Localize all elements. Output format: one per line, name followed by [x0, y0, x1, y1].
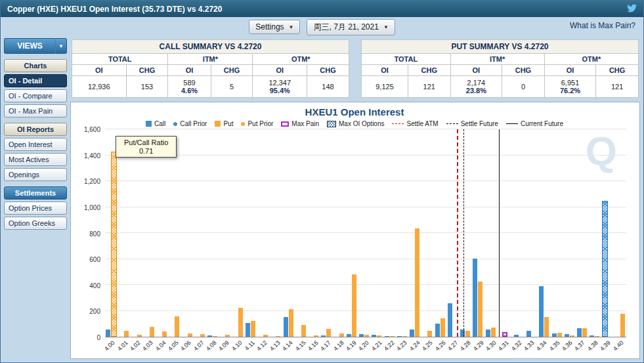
put-bar[interactable] — [276, 336, 280, 337]
strike-group-4.26[interactable] — [434, 129, 446, 337]
strike-group-4.30[interactable] — [484, 129, 497, 337]
sidebar-item-option-prices[interactable]: Option Prices — [4, 202, 67, 215]
strike-group-4.11[interactable] — [244, 129, 257, 337]
put-bar[interactable] — [415, 228, 419, 337]
call-bar[interactable] — [385, 336, 389, 337]
sidebar-item-most-actives[interactable]: Most Actives — [4, 153, 67, 166]
call-bar[interactable] — [397, 336, 402, 337]
call-bar[interactable] — [526, 331, 531, 337]
put-bar[interactable] — [188, 333, 192, 337]
put-bar[interactable] — [251, 321, 255, 337]
call-bar[interactable] — [486, 330, 490, 337]
put-bar[interactable] — [390, 336, 395, 337]
strike-group-4.37[interactable] — [576, 129, 588, 337]
call-bar[interactable] — [514, 335, 519, 337]
put-bar[interactable] — [200, 334, 205, 337]
put-bar[interactable] — [402, 336, 407, 337]
sidebar-item-oi-detail[interactable]: OI - Detail — [4, 74, 67, 87]
strike-group-4.10[interactable] — [232, 129, 244, 337]
put-bar[interactable] — [427, 331, 432, 337]
call-bar[interactable] — [539, 286, 544, 337]
call-bar[interactable] — [347, 334, 351, 337]
strike-group-4.09[interactable] — [219, 129, 231, 337]
strike-group-4.00[interactable] — [105, 129, 118, 337]
strike-group-4.02[interactable] — [131, 129, 143, 337]
legend-item-call[interactable]: Call — [146, 120, 165, 127]
strike-group-4.01[interactable] — [118, 129, 130, 337]
strike-group-4.23[interactable] — [396, 129, 408, 337]
put-bar[interactable] — [339, 333, 344, 337]
strike-group-4.12[interactable] — [257, 129, 269, 337]
sidebar-item-oi-max-pain[interactable]: OI - Max Pain — [4, 104, 67, 117]
legend-item-current-future[interactable]: Current Future — [506, 120, 563, 127]
sidebar-item-oi-compare[interactable]: OI - Compare — [4, 89, 67, 102]
strike-group-4.40[interactable] — [614, 129, 626, 337]
sidebar-item-option-greeks[interactable]: Option Greeks — [4, 217, 67, 230]
put-bar[interactable] — [595, 336, 599, 337]
strike-group-4.06[interactable] — [181, 129, 194, 337]
legend-item-settle-atm[interactable]: Settle ATM — [392, 120, 438, 127]
put-bar[interactable] — [364, 335, 369, 337]
put-bar[interactable] — [326, 329, 331, 337]
views-label[interactable]: VIEWS — [4, 38, 55, 54]
strike-group-4.07[interactable] — [194, 129, 206, 337]
put-bar[interactable] — [263, 335, 268, 337]
call-bar[interactable] — [246, 323, 250, 337]
call-bar[interactable] — [602, 201, 608, 337]
chevron-down-icon[interactable]: ▼ — [55, 38, 67, 54]
strike-group-4.25[interactable] — [421, 129, 433, 337]
put-bar[interactable] — [124, 331, 129, 337]
sidebar-header-oi-reports[interactable]: OI Reports — [4, 123, 67, 136]
sidebar-header-settlements[interactable]: Settlements — [4, 186, 67, 200]
call-bar[interactable] — [284, 317, 288, 337]
strike-group-4.21[interactable] — [370, 129, 383, 337]
put-bar[interactable] — [111, 152, 117, 337]
call-bar[interactable] — [372, 335, 376, 337]
twitter-icon[interactable] — [627, 5, 637, 13]
strike-group-4.38[interactable] — [588, 129, 601, 337]
strike-group-4.15[interactable] — [295, 129, 307, 337]
put-bar[interactable] — [150, 327, 154, 337]
settings-dropdown[interactable]: Settings ▼ — [249, 20, 300, 34]
strike-group-4.33[interactable] — [525, 129, 538, 337]
strike-group-4.19[interactable] — [345, 129, 358, 337]
strike-group-4.18[interactable] — [333, 129, 345, 337]
strike-group-4.22[interactable] — [383, 129, 396, 337]
put-bar[interactable] — [582, 328, 587, 337]
strike-group-4.39[interactable] — [601, 129, 614, 337]
strike-group-4.32[interactable] — [513, 129, 525, 337]
legend-item-max-oi-options[interactable]: Max OI Options — [327, 120, 384, 127]
put-bar[interactable] — [440, 318, 445, 337]
strike-group-4.16[interactable] — [307, 129, 320, 337]
strike-group-4.34[interactable] — [538, 129, 550, 337]
put-bar[interactable] — [175, 316, 179, 337]
put-bar[interactable] — [620, 314, 625, 337]
call-bar[interactable] — [435, 324, 440, 337]
sidebar-header-charts[interactable]: Charts — [4, 59, 67, 72]
call-bar[interactable] — [410, 330, 414, 337]
strike-group-4.04[interactable] — [156, 129, 168, 337]
legend-item-put[interactable]: Put — [215, 120, 233, 127]
legend-item-settle-future[interactable]: Settle Future — [446, 120, 498, 127]
put-bar[interactable] — [137, 335, 142, 337]
call-bar[interactable] — [359, 334, 364, 337]
call-bar[interactable] — [565, 334, 569, 337]
strike-group-4.08[interactable] — [206, 129, 219, 337]
put-bar[interactable] — [544, 317, 549, 337]
legend-item-call-prior[interactable]: Call Prior — [173, 120, 207, 127]
call-bar[interactable] — [577, 328, 582, 337]
put-bar[interactable] — [238, 308, 243, 337]
strike-group-4.35[interactable] — [551, 129, 563, 337]
call-bar[interactable] — [552, 333, 557, 337]
put-bar[interactable] — [289, 309, 293, 337]
strike-group-4.14[interactable] — [282, 129, 295, 337]
put-bar[interactable] — [478, 282, 483, 337]
strike-group-4.05[interactable] — [168, 129, 181, 337]
strike-group-4.36[interactable] — [563, 129, 576, 337]
put-bar[interactable] — [491, 328, 496, 337]
call-bar[interactable] — [321, 335, 326, 337]
put-bar[interactable] — [213, 336, 217, 337]
put-bar[interactable] — [352, 274, 356, 337]
call-bar[interactable] — [106, 330, 110, 337]
sidebar-item-openings[interactable]: Openings — [4, 168, 67, 181]
